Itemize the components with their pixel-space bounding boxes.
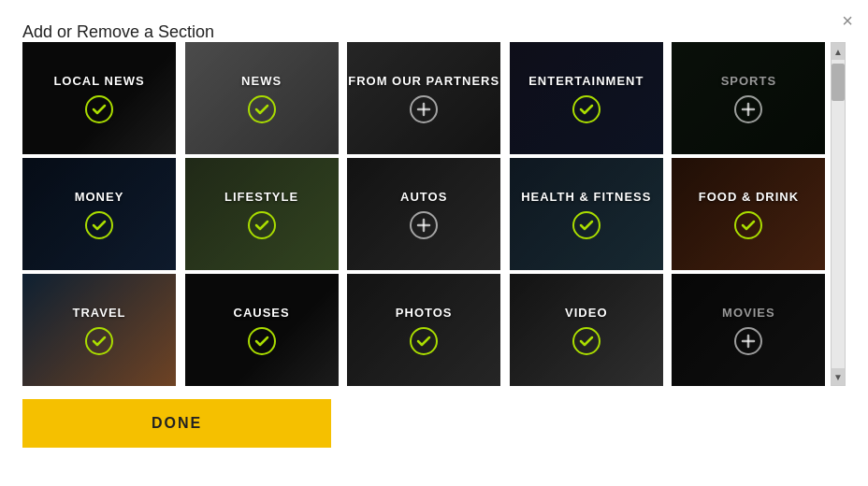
- done-button[interactable]: DONE: [22, 399, 331, 448]
- check-icon[interactable]: [572, 95, 600, 123]
- check-icon[interactable]: [248, 95, 276, 123]
- modal: Add or Remove a Section × LOCAL NEWS NEW…: [0, 0, 868, 486]
- scrollbar-up-button[interactable]: ▲: [832, 43, 845, 60]
- card-food-drink[interactable]: FOOD & DRINK: [672, 158, 825, 270]
- card-video[interactable]: VIDEO: [510, 274, 663, 386]
- add-icon[interactable]: [734, 327, 762, 355]
- card-lifestyle[interactable]: LIFESTYLE: [185, 158, 339, 270]
- add-icon[interactable]: [734, 95, 762, 123]
- card-photos[interactable]: PHOTOS: [347, 274, 500, 386]
- check-icon[interactable]: [410, 327, 438, 355]
- check-icon[interactable]: [85, 327, 113, 355]
- card-label-money: MONEY: [75, 190, 124, 204]
- card-label-travel: TRAVEL: [72, 306, 125, 320]
- card-grid: LOCAL NEWS NEWS FROM OUR PARTNERS ENTERT…: [22, 42, 831, 386]
- card-label-autos: AUTOS: [400, 190, 447, 204]
- check-icon[interactable]: [85, 95, 113, 123]
- card-label-lifestyle: LIFESTYLE: [224, 190, 298, 204]
- card-label-from-our-partners: FROM OUR PARTNERS: [348, 74, 499, 88]
- card-label-food-drink: FOOD & DRINK: [699, 190, 799, 204]
- card-autos[interactable]: AUTOS: [347, 158, 500, 270]
- card-label-video: VIDEO: [565, 306, 607, 320]
- scrollbar-down-button[interactable]: ▼: [832, 368, 845, 385]
- card-news[interactable]: NEWS: [185, 42, 339, 154]
- card-label-entertainment: ENTERTAINMENT: [528, 74, 644, 88]
- add-icon[interactable]: [410, 211, 438, 239]
- card-movies[interactable]: MOVIES: [672, 274, 825, 386]
- grid-scroll[interactable]: LOCAL NEWS NEWS FROM OUR PARTNERS ENTERT…: [22, 42, 831, 386]
- check-icon[interactable]: [248, 327, 276, 355]
- card-label-news: NEWS: [241, 74, 282, 88]
- card-from-our-partners[interactable]: FROM OUR PARTNERS: [347, 42, 500, 154]
- card-label-photos: PHOTOS: [396, 306, 453, 320]
- card-label-local-news: LOCAL NEWS: [53, 74, 144, 88]
- modal-title: Add or Remove a Section: [22, 22, 214, 41]
- card-causes[interactable]: CAUSES: [185, 274, 339, 386]
- card-label-health-fitness: HEALTH & FITNESS: [521, 190, 651, 204]
- card-local-news[interactable]: LOCAL NEWS: [22, 42, 176, 154]
- scrollbar-track: ▲ ▼: [831, 42, 846, 386]
- card-entertainment[interactable]: ENTERTAINMENT: [510, 42, 663, 154]
- grid-area: LOCAL NEWS NEWS FROM OUR PARTNERS ENTERT…: [22, 42, 846, 386]
- scrollbar-thumb[interactable]: [832, 64, 845, 101]
- card-money[interactable]: MONEY: [22, 158, 176, 270]
- add-icon[interactable]: [410, 95, 438, 123]
- close-button[interactable]: ×: [842, 11, 853, 30]
- card-label-causes: CAUSES: [234, 306, 290, 320]
- check-icon[interactable]: [572, 327, 600, 355]
- check-icon[interactable]: [572, 211, 600, 239]
- check-icon[interactable]: [85, 211, 113, 239]
- card-travel[interactable]: TRAVEL: [22, 274, 176, 386]
- card-sports[interactable]: SPORTS: [672, 42, 825, 154]
- check-icon[interactable]: [248, 211, 276, 239]
- card-health-fitness[interactable]: HEALTH & FITNESS: [510, 158, 663, 270]
- card-label-movies: MOVIES: [722, 306, 775, 320]
- card-label-sports: SPORTS: [721, 74, 776, 88]
- check-icon[interactable]: [734, 211, 762, 239]
